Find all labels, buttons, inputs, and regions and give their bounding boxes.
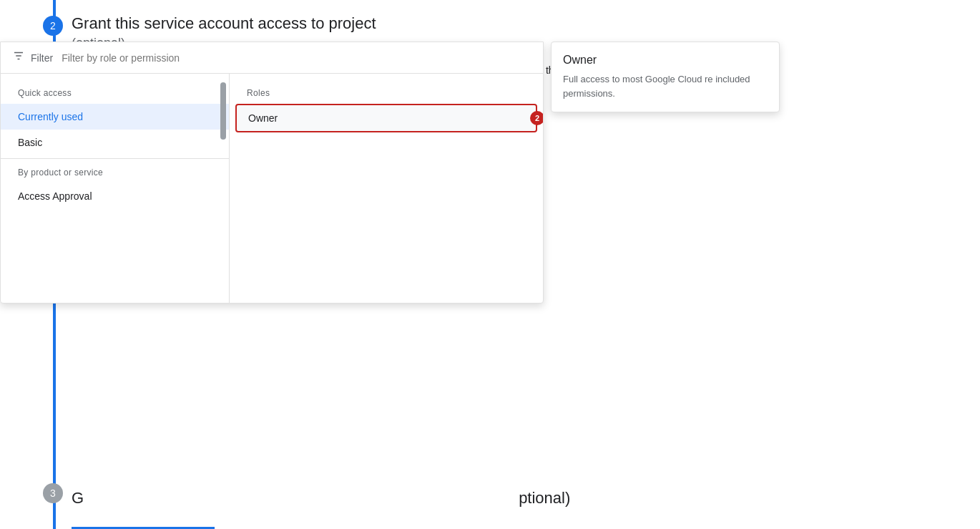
left-panel: Quick access Currently used Basic By pro… bbox=[1, 74, 230, 303]
bottom-optional-text: ptional) bbox=[519, 489, 570, 508]
basic-item[interactable]: Basic bbox=[1, 130, 229, 155]
filter-label: Filter bbox=[31, 52, 53, 64]
role-dropdown: Filter Quick access Currently used Basic… bbox=[0, 42, 544, 304]
access-approval-item[interactable]: Access Approval bbox=[1, 183, 229, 209]
filter-row: Filter bbox=[1, 42, 543, 74]
owner-tooltip-desc: Full access to most Google Cloud re incl… bbox=[563, 72, 768, 100]
page-container: 2 3 Grant this service account access to… bbox=[0, 0, 980, 529]
quick-access-section-title: Quick access bbox=[1, 82, 229, 104]
callout-circle-2: 2 bbox=[530, 111, 543, 125]
owner-role-item[interactable]: Owner 2 bbox=[235, 104, 537, 132]
dropdown-body: Quick access Currently used Basic By pro… bbox=[1, 74, 543, 303]
filter-icon bbox=[12, 49, 25, 66]
filter-input[interactable] bbox=[62, 52, 531, 64]
scrollbar-indicator bbox=[220, 82, 226, 140]
right-panel: Roles Owner 2 bbox=[230, 74, 543, 303]
left-panel-divider bbox=[1, 158, 229, 159]
owner-role-label: Owner bbox=[248, 112, 278, 124]
bottom-title-partial: G bbox=[72, 489, 84, 508]
bottom-section: G ptional) bbox=[72, 489, 570, 508]
section-title: Grant this service account access to pro… bbox=[72, 14, 951, 33]
currently-used-item[interactable]: Currently used bbox=[1, 104, 229, 130]
owner-tooltip: Owner Full access to most Google Cloud r… bbox=[551, 42, 780, 112]
main-content: Grant this service account access to pro… bbox=[0, 0, 980, 529]
by-product-section-title: By product or service bbox=[1, 162, 229, 183]
owner-tooltip-title: Owner bbox=[563, 54, 768, 67]
roles-panel-title: Roles bbox=[230, 82, 543, 104]
